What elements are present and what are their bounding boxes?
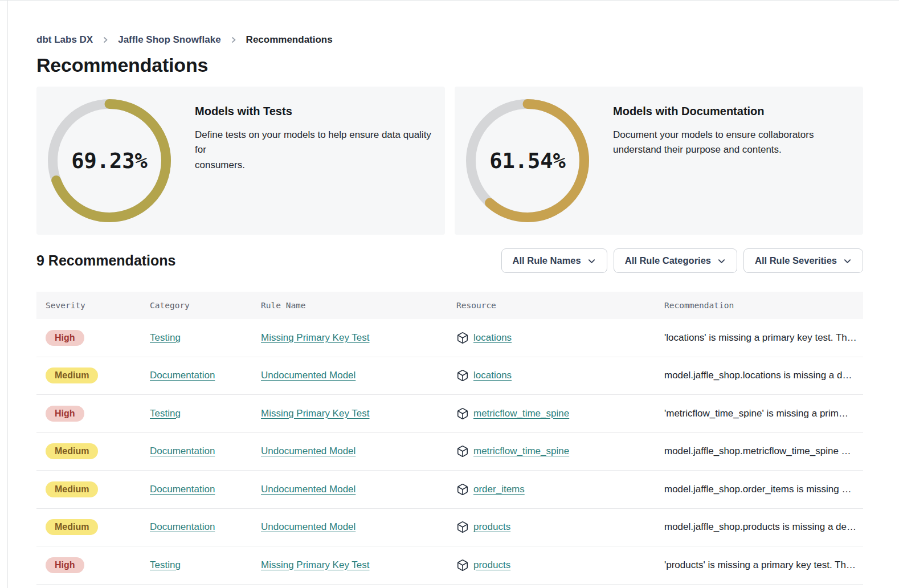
severity-badge: Medium bbox=[46, 368, 98, 383]
severity-badge: High bbox=[46, 557, 84, 573]
model-cube-icon bbox=[456, 369, 469, 382]
resource-link[interactable]: order_items bbox=[473, 484, 525, 495]
filter-label: All Rule Categories bbox=[625, 255, 711, 266]
category-link[interactable]: Testing bbox=[150, 332, 181, 343]
rule-categories-filter-dropdown[interactable]: All Rule Categories bbox=[614, 248, 737, 273]
category-link[interactable]: Documentation bbox=[150, 370, 215, 381]
resource-link[interactable]: locations bbox=[473, 370, 512, 381]
model-cube-icon bbox=[456, 407, 469, 420]
breadcrumb-current: Recommendations bbox=[246, 34, 333, 46]
list-header: 9 Recommendations All Rule Names All Rul… bbox=[36, 248, 863, 273]
resource-link[interactable]: products bbox=[473, 560, 510, 571]
category-link[interactable]: Documentation bbox=[150, 446, 215, 456]
model-cube-icon bbox=[456, 483, 469, 496]
category-link[interactable]: Testing bbox=[150, 560, 181, 570]
resource-link[interactable]: metricflow_time_spine bbox=[473, 408, 569, 419]
filter-label: All Rule Names bbox=[513, 255, 581, 266]
severity-badge: Medium bbox=[46, 519, 98, 535]
tests-coverage-percent: 69.23% bbox=[48, 99, 171, 222]
recommendation-text: model.jaffle_shop.metricflow_time_spine … bbox=[655, 446, 863, 457]
recommendation-text: model.jaffle_shop.products is missing a … bbox=[655, 521, 863, 533]
resource-link[interactable]: locations bbox=[473, 332, 512, 344]
breadcrumb-account-link[interactable]: dbt Labs DX bbox=[36, 34, 93, 46]
models-with-documentation-card: 61.54% Models with Documentation Documen… bbox=[455, 87, 863, 235]
model-cube-icon bbox=[456, 521, 469, 533]
card-description: Define tests on your models to help ensu… bbox=[195, 128, 434, 173]
chevron-down-icon bbox=[843, 257, 852, 266]
recommendations-page: dbt Labs DX Jaffle Shop Snowflake Recomm… bbox=[0, 0, 899, 588]
rule-name-link[interactable]: Missing Primary Key Test bbox=[261, 408, 370, 419]
model-cube-icon bbox=[456, 332, 469, 344]
chevron-down-icon bbox=[717, 257, 726, 266]
rule-name-link[interactable]: Missing Primary Key Test bbox=[261, 560, 370, 570]
sidebar-edge-divider bbox=[7, 0, 8, 588]
column-header-severity: Severity bbox=[36, 301, 141, 310]
table-row: High Testing Missing Primary Key Test me… bbox=[36, 395, 863, 433]
table-row: High Testing Missing Primary Key Test pr… bbox=[36, 546, 863, 585]
tests-coverage-donut: 69.23% bbox=[48, 99, 171, 222]
breadcrumb-project-link[interactable]: Jaffle Shop Snowflake bbox=[118, 34, 220, 46]
rule-name-link[interactable]: Missing Primary Key Test bbox=[261, 332, 370, 343]
models-with-tests-card: 69.23% Models with Tests Define tests on… bbox=[36, 87, 445, 235]
column-header-rule-name: Rule Name bbox=[252, 301, 447, 310]
recommendation-text: 'products' is missing a primary key test… bbox=[655, 560, 863, 571]
card-title: Models with Documentation bbox=[613, 105, 814, 118]
table-row: High Testing Missing Primary Key Test lo… bbox=[36, 319, 863, 357]
rule-name-link[interactable]: Undocumented Model bbox=[261, 484, 355, 495]
column-header-category: Category bbox=[141, 301, 252, 310]
resource-link[interactable]: metricflow_time_spine bbox=[473, 446, 569, 457]
recommendation-text: model.jaffle_shop.order_items is missing… bbox=[655, 484, 863, 495]
severity-badge: Medium bbox=[46, 443, 98, 459]
filter-label: All Rule Severities bbox=[755, 255, 837, 266]
page-title: Recommendations bbox=[36, 54, 863, 76]
card-description: Document your models to ensure collabora… bbox=[613, 128, 814, 158]
coverage-cards: 69.23% Models with Tests Define tests on… bbox=[36, 87, 863, 235]
chevron-right-icon bbox=[230, 36, 238, 44]
recommendations-count: 9 Recommendations bbox=[36, 252, 176, 269]
table-body: High Testing Missing Primary Key Test lo… bbox=[36, 319, 863, 585]
recommendations-table: Severity Category Rule Name Resource Rec… bbox=[36, 292, 863, 588]
model-cube-icon bbox=[456, 445, 469, 458]
rule-name-link[interactable]: Undocumented Model bbox=[261, 446, 355, 456]
table-row: Medium Documentation Undocumented Model … bbox=[36, 471, 863, 509]
documentation-coverage-donut: 61.54% bbox=[466, 99, 589, 222]
rule-name-link[interactable]: Undocumented Model bbox=[261, 521, 355, 532]
table-row: Medium Documentation Undocumented Model … bbox=[36, 433, 863, 471]
severity-badge: High bbox=[46, 406, 84, 422]
table-header-row: Severity Category Rule Name Resource Rec… bbox=[36, 292, 863, 319]
severity-badge: High bbox=[46, 330, 84, 346]
model-cube-icon bbox=[456, 559, 469, 571]
severity-badge: Medium bbox=[46, 481, 98, 497]
card-title: Models with Tests bbox=[195, 105, 434, 118]
column-header-recommendation: Recommendation bbox=[655, 301, 863, 310]
resource-link[interactable]: products bbox=[473, 521, 510, 533]
documentation-coverage-percent: 61.54% bbox=[466, 99, 589, 222]
recommendation-text: 'locations' is missing a primary key tes… bbox=[655, 332, 863, 344]
breadcrumb: dbt Labs DX Jaffle Shop Snowflake Recomm… bbox=[36, 34, 863, 46]
recommendation-text: 'metricflow_time_spine' is missing a pri… bbox=[655, 408, 863, 419]
rule-name-link[interactable]: Undocumented Model bbox=[261, 370, 355, 381]
column-header-resource: Resource bbox=[447, 301, 655, 310]
rule-names-filter-dropdown[interactable]: All Rule Names bbox=[501, 248, 607, 273]
table-row: Medium Documentation Undocumented Model … bbox=[36, 357, 863, 395]
chevron-down-icon bbox=[587, 257, 596, 266]
recommendation-text: model.jaffle_shop.locations is missing a… bbox=[655, 370, 863, 381]
table-row: Medium Documentation Undocumented Model … bbox=[36, 509, 863, 547]
category-link[interactable]: Testing bbox=[150, 408, 181, 419]
chevron-right-icon bbox=[101, 36, 109, 44]
rule-severities-filter-dropdown[interactable]: All Rule Severities bbox=[743, 248, 863, 273]
category-link[interactable]: Documentation bbox=[150, 484, 215, 495]
category-link[interactable]: Documentation bbox=[150, 521, 215, 532]
filter-bar: All Rule Names All Rule Categories All R… bbox=[501, 248, 863, 273]
